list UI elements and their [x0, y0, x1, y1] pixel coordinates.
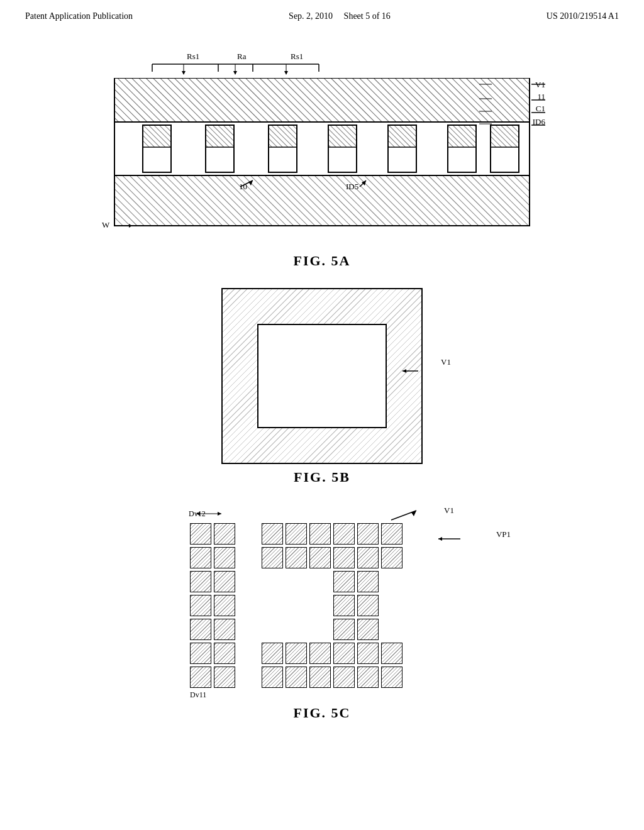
- svg-rect-28: [269, 125, 297, 147]
- grid-spacer: [309, 619, 331, 640]
- grid-cell: [214, 619, 235, 640]
- grid-cell: [333, 595, 355, 616]
- grid-row-3: [190, 571, 473, 592]
- label-dv12: Dv12: [189, 509, 206, 519]
- label-v1-5a: V1: [535, 80, 545, 90]
- grid-cell: [333, 547, 355, 568]
- grid-cell: [333, 523, 355, 545]
- grid-cell: [357, 547, 379, 568]
- grid-cell: [286, 547, 307, 568]
- grid-cell: [262, 643, 283, 664]
- header-center: Sep. 2, 2010 Sheet 5 of 16: [289, 11, 391, 21]
- grid-row-4: [190, 595, 473, 616]
- label-rs1-left: Rs1: [187, 52, 199, 62]
- grid-cell: [190, 571, 211, 592]
- grid-cell: [190, 619, 211, 640]
- grid-spacer: [309, 595, 331, 616]
- grid-cell: [309, 643, 331, 664]
- label-v1-5c: V1: [444, 506, 454, 516]
- grid-cell: [286, 523, 307, 545]
- grid-row-2: [190, 547, 473, 568]
- label-rs1-right: Rs1: [291, 52, 303, 62]
- svg-marker-8: [182, 71, 186, 75]
- grid-row-6: [190, 643, 473, 664]
- svg-rect-37: [448, 125, 476, 147]
- svg-marker-59: [402, 369, 406, 373]
- grid-cell: [214, 667, 235, 688]
- grid-row-5: [190, 619, 473, 640]
- grid-cell: [190, 523, 211, 545]
- w-arrow: [107, 216, 138, 235]
- grid-cell: [214, 595, 235, 616]
- fig5a-label: FIG. 5A: [77, 253, 567, 269]
- v1-5b-arrow: [402, 362, 440, 380]
- label-ra: Ra: [237, 52, 246, 62]
- fig5a-brackets: [114, 40, 567, 78]
- label-dv11: Dv11: [190, 690, 473, 700]
- grid-cell: [190, 667, 211, 688]
- svg-rect-31: [328, 125, 357, 147]
- header-right: US 2010/219514 A1: [547, 11, 619, 21]
- fig5a-container: Rs1 Ra Rs1: [77, 40, 567, 282]
- fig5c-label: FIG. 5C: [171, 705, 473, 721]
- label-id6: ID6: [533, 117, 545, 127]
- fig5b-label: FIG. 5B: [190, 469, 454, 485]
- grid-cell: [381, 667, 402, 688]
- grid-cell: [190, 643, 211, 664]
- label-c1: C1: [536, 104, 545, 114]
- grid-cell: [333, 667, 355, 688]
- right-label-arrows: [479, 78, 511, 141]
- svg-marker-10: [233, 71, 237, 75]
- id5-arrow: [344, 177, 394, 196]
- grid-cell: [381, 547, 402, 568]
- grid-spacer: [286, 619, 307, 640]
- svg-marker-53: [129, 224, 132, 228]
- grid-spacer: [238, 667, 259, 688]
- grid-cell: [333, 571, 355, 592]
- grid-row-7: [190, 667, 473, 688]
- grid-spacer: [262, 595, 283, 616]
- grid-spacer: [286, 571, 307, 592]
- grid-spacer: [238, 547, 259, 568]
- grid-cell: [309, 523, 331, 545]
- grid-cell: [357, 619, 379, 640]
- grid-cell: [286, 667, 307, 688]
- fig5b-diagram: [221, 288, 423, 464]
- grid-cell: [333, 643, 355, 664]
- grid-row-1: VP1: [190, 523, 473, 545]
- grid-cell: [262, 667, 283, 688]
- grid-cell: [286, 643, 307, 664]
- grid-cell: [214, 571, 235, 592]
- grid-cell: [214, 547, 235, 568]
- fig5b-section: V1 FIG. 5B: [190, 288, 454, 498]
- svg-rect-25: [206, 125, 234, 147]
- svg-marker-12: [284, 71, 288, 75]
- grid-spacer: [238, 595, 259, 616]
- grid-spacer: [286, 595, 307, 616]
- svg-marker-66: [438, 537, 442, 541]
- label-v1-5b-text: V1: [441, 357, 451, 367]
- grid-cell: [309, 667, 331, 688]
- grid-cell: [357, 571, 379, 592]
- grid-spacer: [262, 571, 283, 592]
- grid-cell: [381, 523, 402, 545]
- main-content: Rs1 Ra Rs1: [0, 28, 644, 746]
- label-11: 11: [537, 92, 545, 102]
- svg-marker-55: [248, 180, 253, 185]
- fig5c-section: Dv12 V1 VP1: [171, 504, 473, 734]
- grid-cell: [309, 547, 331, 568]
- grid-spacer: [262, 619, 283, 640]
- grid-cell: [333, 619, 355, 640]
- label-vp1: VP1: [496, 529, 511, 540]
- page-header: Patent Application Publication Sep. 2, 2…: [0, 0, 644, 28]
- grid-cell: [190, 547, 211, 568]
- grid-spacer: [238, 619, 259, 640]
- fig5c-grid: VP1: [190, 523, 473, 688]
- svg-marker-62: [218, 512, 221, 516]
- grid-cell: [357, 595, 379, 616]
- grid-spacer: [238, 643, 259, 664]
- grid-cell: [190, 595, 211, 616]
- grid-cell: [357, 523, 379, 545]
- grid-cell: [262, 523, 283, 545]
- grid-spacer: [238, 523, 259, 545]
